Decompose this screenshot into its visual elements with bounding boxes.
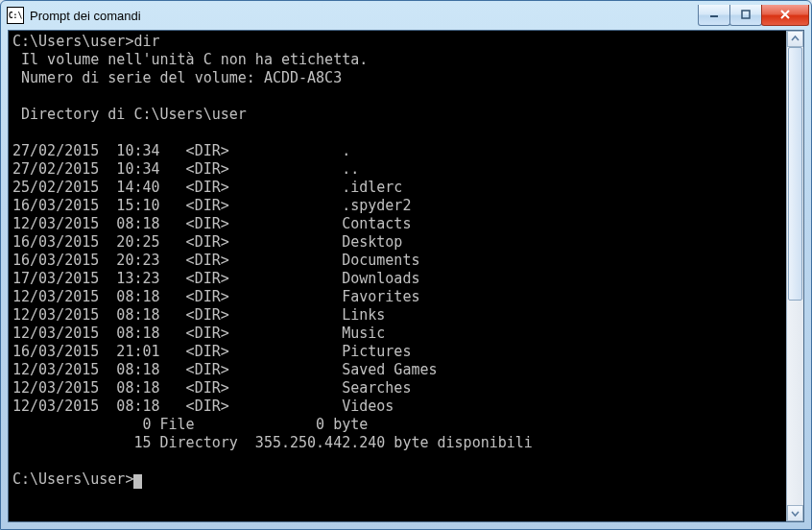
minimize-icon	[709, 10, 719, 19]
maximize-button[interactable]	[729, 5, 762, 26]
maximize-icon	[741, 10, 751, 19]
window-frame: C:\ Prompt dei comandi C:\Users\user>dir…	[0, 0, 812, 530]
close-icon	[779, 10, 791, 19]
chevron-up-icon	[791, 35, 800, 43]
chevron-down-icon	[791, 509, 800, 518]
cursor	[133, 474, 142, 489]
svg-rect-0	[710, 15, 718, 17]
scrollbar-track[interactable]	[787, 47, 803, 505]
scroll-down-button[interactable]	[787, 505, 803, 521]
window-buttons	[699, 5, 811, 26]
app-icon: C:\	[7, 7, 24, 24]
vertical-scrollbar[interactable]	[786, 31, 803, 521]
svg-rect-1	[742, 11, 750, 18]
titlebar[interactable]: C:\ Prompt dei comandi	[1, 1, 811, 30]
scroll-up-button[interactable]	[787, 31, 803, 47]
window-title: Prompt dei comandi	[30, 9, 699, 23]
scrollbar-thumb[interactable]	[788, 47, 802, 301]
close-button[interactable]	[761, 5, 809, 26]
console-output[interactable]: C:\Users\user>dir Il volume nell'unità C…	[9, 31, 786, 521]
minimize-button[interactable]	[698, 5, 730, 26]
client-area: C:\Users\user>dir Il volume nell'unità C…	[8, 30, 804, 522]
